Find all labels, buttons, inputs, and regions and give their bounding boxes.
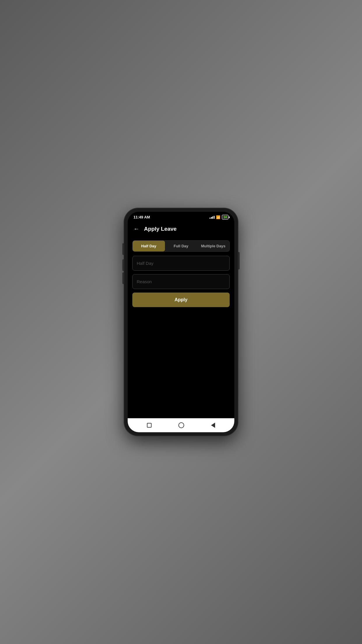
nav-bar <box>128 418 234 432</box>
reason-field[interactable]: Reason <box>132 274 230 289</box>
phone-device: 11:49 AM 📶 14 ← Apply Leave Half Day Ful… <box>124 208 238 436</box>
battery-indicator: 14 <box>222 215 229 220</box>
tab-half-day[interactable]: Half Day <box>133 241 165 251</box>
nav-back-button[interactable] <box>211 423 215 428</box>
apply-button[interactable]: Apply <box>132 293 230 307</box>
circle-icon <box>178 422 184 428</box>
tab-multiple-days[interactable]: Multiple Days <box>197 241 229 251</box>
signal-icon <box>210 216 215 219</box>
back-button[interactable]: ← <box>132 224 140 233</box>
nav-home-button[interactable] <box>178 422 184 428</box>
square-icon <box>147 423 152 428</box>
tab-selector: Half Day Full Day Multiple Days <box>132 240 230 252</box>
status-bar: 11:49 AM 📶 14 <box>128 212 234 221</box>
half-day-field[interactable]: Half Day <box>132 256 230 271</box>
phone-screen: 11:49 AM 📶 14 ← Apply Leave Half Day Ful… <box>128 212 234 432</box>
triangle-icon <box>211 423 215 428</box>
nav-square-button[interactable] <box>147 423 152 428</box>
content-area: Half Day Full Day Multiple Days Half Day… <box>128 237 234 418</box>
header: ← Apply Leave <box>128 221 234 237</box>
status-time: 11:49 AM <box>133 215 150 219</box>
wifi-icon: 📶 <box>216 215 220 219</box>
page-title: Apply Leave <box>144 226 177 232</box>
tab-full-day[interactable]: Full Day <box>165 241 197 251</box>
status-icons: 📶 14 <box>210 215 229 220</box>
